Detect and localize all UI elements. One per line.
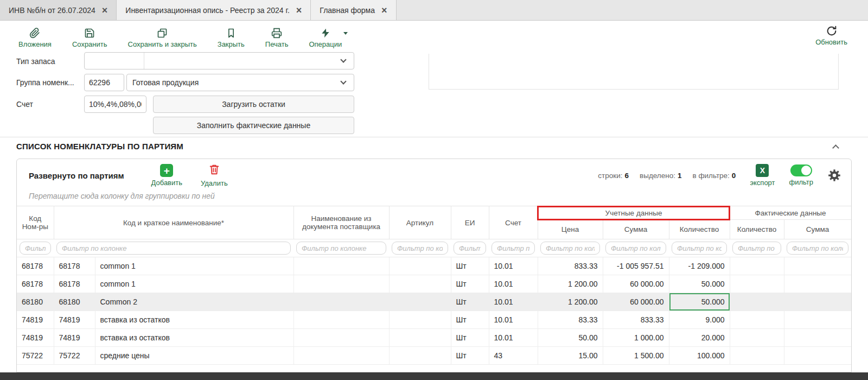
cell-code[interactable]: 68180 — [17, 293, 54, 311]
save-button[interactable]: Сохранить — [72, 27, 107, 48]
cell-price[interactable]: 50.00 — [538, 329, 603, 347]
table-row[interactable]: 7481974819вставка из остатковШт10.0183.3… — [17, 311, 851, 329]
cell-price[interactable]: 1 200.00 — [538, 293, 603, 311]
load-balances-button[interactable]: Загрузить остатки — [153, 96, 354, 113]
cell-fact_qty[interactable] — [730, 275, 784, 293]
table-row[interactable]: 7481974819вставка из остатковШт10.0150.0… — [17, 329, 851, 347]
close-button[interactable]: Закрыть — [218, 27, 245, 48]
column-header-fact-qty[interactable]: Количество — [730, 220, 784, 239]
cell-fact_qty[interactable] — [730, 347, 784, 365]
cell-code[interactable]: 68178 — [17, 275, 54, 293]
cell-name[interactable]: common 1 — [95, 257, 293, 275]
cell-fact_sum[interactable] — [784, 329, 851, 347]
filter-input-8[interactable] — [672, 242, 727, 255]
cell-doc_name[interactable] — [293, 275, 389, 293]
close-icon[interactable]: × — [102, 5, 108, 15]
cell-price[interactable]: 15.00 — [538, 347, 603, 365]
cell-unit[interactable]: Шт — [451, 275, 489, 293]
cell-unit[interactable]: Шт — [451, 347, 489, 365]
cell-qty[interactable]: 9.000 — [669, 311, 730, 329]
filter-input-10[interactable] — [787, 242, 848, 255]
cell-account[interactable]: 10.01 — [489, 311, 538, 329]
export-excel-button[interactable]: X экспорт — [750, 164, 775, 187]
cell-qty[interactable]: 50.000 — [669, 275, 730, 293]
cell-code[interactable]: 74819 — [17, 311, 54, 329]
cell-name[interactable]: common 1 — [95, 275, 293, 293]
cell-account[interactable]: 10.01 — [489, 329, 538, 347]
cell-code[interactable]: 74819 — [17, 329, 54, 347]
cell-article[interactable] — [389, 311, 451, 329]
cell-account[interactable]: 10.01 — [489, 275, 538, 293]
cell-name[interactable]: вставка из остатков — [95, 311, 293, 329]
column-header-qty[interactable]: Количество — [669, 220, 730, 239]
cell-doc_name[interactable] — [293, 347, 389, 365]
cell-qty[interactable]: 100.000 — [669, 347, 730, 365]
cell-code2[interactable]: 68178 — [54, 275, 95, 293]
fill-actual-data-button[interactable]: Заполнить фактические данные — [153, 117, 354, 134]
cell-fact_sum[interactable] — [784, 347, 851, 365]
cell-doc_name[interactable] — [293, 293, 389, 311]
column-header-account[interactable]: Счет — [489, 206, 538, 239]
cell-article[interactable] — [389, 347, 451, 365]
attachments-button[interactable]: Вложения — [18, 27, 52, 48]
item-group-code-field[interactable] — [84, 74, 124, 91]
column-header-name[interactable]: Код и краткое наименование* — [54, 206, 293, 239]
filter-input-7[interactable] — [605, 242, 666, 255]
column-header-unit[interactable]: ЕИ — [451, 206, 489, 239]
cell-doc_name[interactable] — [293, 311, 389, 329]
operations-button[interactable]: Операции — [309, 27, 342, 48]
tab-inventory-doc[interactable]: ИНВ №б/н от 26.07.2024 × — [0, 0, 117, 20]
cell-unit[interactable]: Шт — [451, 329, 489, 347]
cell-unit[interactable]: Шт — [451, 311, 489, 329]
cell-name[interactable]: средние цены — [95, 347, 293, 365]
table-row[interactable]: 6818068180Common 2Шт10.011 200.0060 000.… — [17, 293, 851, 311]
cell-fact_sum[interactable] — [784, 311, 851, 329]
cell-qty[interactable]: 20.000 — [669, 329, 730, 347]
column-header-sum[interactable]: Сумма — [603, 220, 669, 239]
cell-code2[interactable]: 74819 — [54, 329, 95, 347]
cell-sum[interactable]: 1 500.00 — [603, 347, 669, 365]
cell-fact_sum[interactable] — [784, 257, 851, 275]
cell-price[interactable]: 1 200.00 — [538, 275, 603, 293]
close-icon[interactable]: × — [296, 5, 302, 15]
cell-qty[interactable]: -1 209.000 — [669, 257, 730, 275]
tab-register[interactable]: Инвентаризационная опись - Реестр за 202… — [117, 0, 311, 20]
cell-fact_qty[interactable] — [730, 257, 784, 275]
cell-doc_name[interactable] — [293, 257, 389, 275]
cell-price[interactable]: 83.33 — [538, 311, 603, 329]
cell-fact_sum[interactable] — [784, 293, 851, 311]
filter-input-0[interactable] — [20, 242, 51, 255]
account-field[interactable] — [84, 96, 146, 113]
refresh-button[interactable]: Обновить — [815, 25, 847, 46]
cell-article[interactable] — [389, 293, 451, 311]
cell-unit[interactable]: Шт — [451, 293, 489, 311]
column-header-doc-name[interactable]: Наименование из документа поставщика — [293, 206, 389, 239]
filter-input-3[interactable] — [392, 242, 448, 255]
cell-qty[interactable]: 50.000 — [669, 293, 730, 311]
cell-sum[interactable]: 833.33 — [603, 311, 669, 329]
print-button[interactable]: Печать — [265, 27, 289, 48]
cell-code2[interactable]: 68180 — [54, 293, 95, 311]
cell-code2[interactable]: 74819 — [54, 311, 95, 329]
column-header-article[interactable]: Артикул — [389, 206, 451, 239]
filter-toggle[interactable]: фильтр — [789, 164, 813, 186]
table-row[interactable]: 7572275722средние ценыШт4315.001 500.001… — [17, 347, 851, 365]
cell-fact_qty[interactable] — [730, 293, 784, 311]
stock-type-select[interactable] — [84, 52, 354, 69]
cell-sum[interactable]: 60 000.00 — [603, 275, 669, 293]
cell-article[interactable] — [389, 257, 451, 275]
filter-input-5[interactable] — [492, 242, 535, 255]
filter-input-1[interactable] — [56, 242, 291, 255]
cell-sum[interactable]: 1 000.00 — [603, 329, 669, 347]
cell-code[interactable]: 75722 — [17, 347, 54, 365]
cell-price[interactable]: 833.33 — [538, 257, 603, 275]
cell-sum[interactable]: -1 005 957.51 — [603, 257, 669, 275]
table-row[interactable]: 6817868178common 1Шт10.011 200.0060 000.… — [17, 275, 851, 293]
cell-fact_qty[interactable] — [730, 311, 784, 329]
cell-code2[interactable]: 68178 — [54, 257, 95, 275]
cell-account[interactable]: 10.01 — [489, 257, 538, 275]
close-icon[interactable]: × — [381, 5, 387, 15]
collapse-section-icon[interactable] — [832, 144, 839, 151]
cell-account[interactable]: 10.01 — [489, 293, 538, 311]
cell-code2[interactable]: 75722 — [54, 347, 95, 365]
